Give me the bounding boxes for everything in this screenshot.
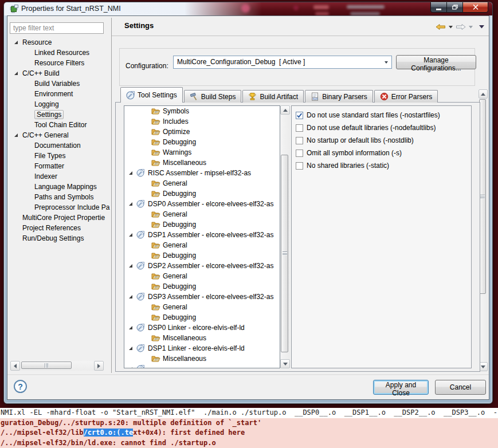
category-node-general[interactable]: General — [124, 302, 280, 312]
expand-icon[interactable] — [128, 325, 133, 330]
category-node-includes[interactable]: Includes — [124, 116, 280, 127]
category-node-optimize[interactable]: Optimize — [124, 127, 280, 137]
view-menu-icon[interactable] — [479, 25, 484, 29]
nav-item-linked-resources[interactable]: Linked Resources — [7, 48, 111, 58]
tree-scrollbar[interactable] — [280, 105, 290, 368]
scroll-down-button[interactable] — [280, 359, 290, 368]
nav-item-project-references[interactable]: Project References — [7, 223, 111, 233]
expand-icon[interactable] — [14, 40, 18, 45]
expand-icon[interactable] — [14, 71, 18, 76]
tab-binary-parsers[interactable]: 010Binary Parsers — [305, 90, 373, 103]
category-node-general[interactable]: General — [124, 271, 280, 281]
nav-item-resource-filters[interactable]: Resource Filters — [7, 58, 111, 68]
expand-icon[interactable] — [128, 346, 133, 351]
checkbox[interactable] — [296, 112, 303, 119]
back-icon[interactable] — [436, 23, 446, 30]
filter-input[interactable] — [10, 22, 104, 34]
tool-node-dsp1-assembler-elcore-elvees-elf32-as[interactable]: DSP1 Assembler - elcore-elvees-elf32-as — [124, 230, 280, 240]
checkbox[interactable] — [296, 137, 303, 144]
dialog-titlebar[interactable]: Properties for Start_nRST_NMI — [4, 2, 492, 15]
tool-node-dsp1-linker-elcore-elvis-elf-ld[interactable]: DSP1 Linker - elcore-elvis-elf-ld — [124, 343, 280, 353]
nav-item-run-debug-settings[interactable]: Run/Debug Settings — [7, 233, 111, 243]
category-node-warnings[interactable]: Warnings — [124, 147, 280, 158]
nav-item-resource[interactable]: Resource — [7, 37, 111, 48]
expand-icon[interactable] — [128, 264, 133, 268]
scrollbar-thumb[interactable] — [21, 361, 72, 369]
nav-item-tool-chain-editor[interactable]: Tool Chain Editor — [7, 120, 111, 130]
category-node-general[interactable]: General — [124, 209, 280, 219]
category-node-debugging[interactable]: Debugging — [124, 188, 280, 199]
nav-item-c-c-general[interactable]: C/C++ General — [7, 130, 111, 140]
option-omit-all-symbol-information-s[interactable]: Omit all symbol information (-s) — [292, 147, 471, 159]
option-no-shared-libraries-static[interactable]: No shared libraries (-static) — [292, 159, 471, 172]
nav-item-paths-and-symbols[interactable]: Paths and Symbols — [7, 192, 111, 202]
checkbox[interactable] — [296, 150, 303, 157]
nav-item-preprocessor-include-pa[interactable]: Preprocessor Include Pa — [7, 202, 111, 213]
nav-item-indexer[interactable]: Indexer — [7, 171, 111, 182]
category-node-debugging[interactable]: Debugging — [124, 137, 280, 147]
back-menu-caret-icon[interactable] — [449, 26, 453, 29]
maximize-button[interactable] — [446, 2, 463, 13]
tool-settings-icon — [126, 91, 135, 100]
category-node-debugging[interactable]: Debugging — [124, 219, 280, 230]
close-button[interactable] — [462, 2, 488, 13]
tab-error-parsers[interactable]: Error Parsers — [374, 90, 438, 103]
nav-item-language-mappings[interactable]: Language Mappings — [7, 182, 111, 192]
nav-item-c-c-build[interactable]: C/C++ Build — [7, 68, 111, 78]
category-node-debugging[interactable]: Debugging — [124, 281, 280, 292]
forward-menu-caret-icon[interactable] — [469, 26, 473, 29]
tool-node-dsp2-assembler-elcore-elvees-elf32-as[interactable]: DSP2 Assembler - elcore-elvees-elf32-as — [124, 261, 280, 271]
checkbox[interactable] — [296, 124, 303, 132]
expand-icon[interactable] — [128, 367, 133, 368]
sidebar-horizontal-scrollbar[interactable] — [10, 361, 104, 371]
triangle-down-icon — [481, 366, 485, 368]
tab-tool-settings[interactable]: Tool Settings — [120, 87, 183, 103]
expand-icon[interactable] — [128, 202, 133, 206]
expand-icon[interactable] — [128, 233, 133, 237]
minimize-button[interactable] — [430, 2, 447, 13]
nav-item-documentation[interactable]: Documentation — [7, 140, 111, 151]
expand-icon[interactable] — [128, 171, 133, 175]
expand-icon[interactable] — [14, 133, 18, 137]
category-node-debugging[interactable]: Debugging — [124, 312, 280, 323]
nav-item-multicore-project-propertie[interactable]: MultiCore Project Propertie — [7, 213, 111, 223]
scroll-up-button[interactable] — [280, 105, 290, 115]
category-node-general[interactable]: General — [124, 178, 280, 188]
tool-node-risc-assembler-mipsel-elf32-as[interactable]: RISC Assembler - mipsel-elf32-as — [124, 168, 280, 178]
tool-node-dsp0-linker-elcore-elvis-elf-ld[interactable]: DSP0 Linker - elcore-elvis-elf-ld — [124, 323, 280, 333]
tool-node-dsp3-assembler-elcore-elvees-elf32-as[interactable]: DSP3 Assembler - elcore-elvees-elf32-as — [124, 292, 280, 302]
scroll-up-button[interactable] — [479, 89, 488, 99]
category-node-miscellaneous[interactable]: Miscellaneous — [124, 353, 280, 364]
scroll-right-button[interactable] — [94, 361, 104, 371]
nav-item-file-types[interactable]: File Types — [7, 151, 111, 161]
manage-configurations-button[interactable]: Manage Configurations... — [396, 55, 476, 69]
console-text: xt+0x4): first defined here — [133, 429, 245, 437]
category-node-miscellaneous[interactable]: Miscellaneous — [124, 158, 280, 168]
tab-build-artifact[interactable]: Build Artifact — [242, 90, 304, 103]
option-do-not-use-default-libraries-nodefaultlibs[interactable]: Do not use default libraries (-nodefault… — [292, 121, 471, 134]
scroll-left-button[interactable] — [10, 361, 20, 371]
checkbox[interactable] — [296, 162, 303, 170]
option-do-not-use-standard-start-files-nostartfiles[interactable]: Do not use standard start files (-nostar… — [292, 109, 471, 121]
console-output[interactable]: NMI.xl -EL -mhard-float -o "Start_nRST_N… — [0, 408, 498, 448]
configuration-select[interactable]: MultiCore_Configuration_Debug [ Active ] — [173, 56, 392, 69]
tool-node-node[interactable] — [124, 364, 280, 368]
nav-item-environment[interactable]: Environment — [7, 89, 111, 99]
tab-build-steps[interactable]: Build Steps — [184, 90, 242, 103]
nav-item-settings[interactable]: Settings — [7, 109, 111, 120]
category-node-general[interactable]: General — [124, 240, 280, 250]
nav-item-logging[interactable]: Logging — [7, 99, 111, 109]
help-button[interactable]: ? — [14, 380, 27, 393]
forward-icon[interactable] — [456, 23, 466, 30]
nav-item-formatter[interactable]: Formatter — [7, 161, 111, 171]
apply-and-close-button[interactable]: Apply and Close — [373, 380, 429, 395]
option-no-startup-or-default-libs-nostdlib[interactable]: No startup or default libs (-nostdlib) — [292, 134, 471, 147]
nav-item-build-variables[interactable]: Build Variables — [7, 78, 111, 89]
category-node-symbols[interactable]: Symbols — [124, 106, 280, 116]
scrollbar-thumb[interactable] — [281, 155, 288, 352]
category-node-debugging[interactable]: Debugging — [124, 250, 280, 261]
category-node-miscellaneous[interactable]: Miscellaneous — [124, 333, 280, 343]
expand-icon[interactable] — [128, 294, 133, 299]
cancel-button[interactable]: Cancel — [435, 380, 486, 395]
tool-node-dsp0-assembler-elcore-elvees-elf32-as[interactable]: DSP0 Assembler - elcore-elvees-elf32-as — [124, 199, 280, 209]
